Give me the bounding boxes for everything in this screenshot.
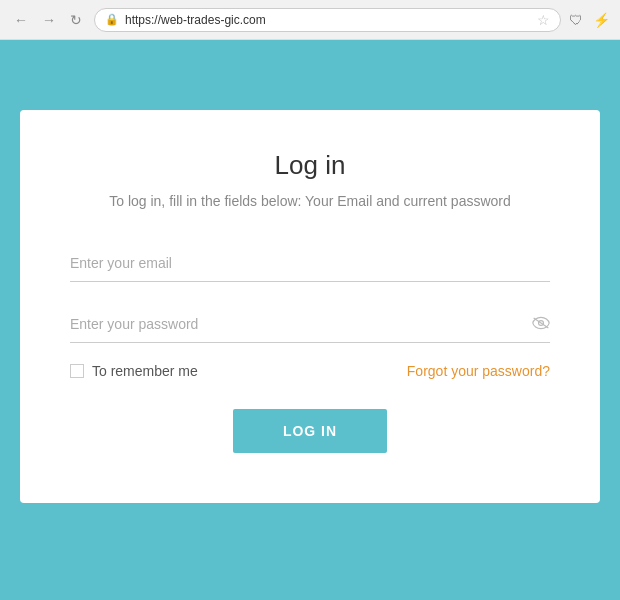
star-icon[interactable]: ☆: [537, 12, 550, 28]
remember-forgot-row: To remember me Forgot your password?: [70, 363, 550, 379]
remember-me-label: To remember me: [92, 363, 198, 379]
remember-me-checkbox[interactable]: [70, 364, 84, 378]
login-card: Log in To log in, fill in the fields bel…: [20, 110, 600, 503]
teal-header-band: [0, 40, 620, 110]
forward-button[interactable]: →: [38, 10, 60, 30]
lock-icon: 🔒: [105, 13, 119, 26]
login-button[interactable]: LOG IN: [233, 409, 387, 453]
back-button[interactable]: ←: [10, 10, 32, 30]
address-bar[interactable]: 🔒 https://web-trades-gic.com ☆: [94, 8, 561, 32]
shield-icon: 🛡: [569, 12, 583, 28]
password-input[interactable]: [70, 306, 550, 343]
show-password-icon[interactable]: [532, 316, 550, 334]
svg-line-1: [534, 318, 549, 328]
browser-chrome: ← → ↻ 🔒 https://web-trades-gic.com ☆ 🛡 ⚡: [0, 0, 620, 40]
extension-icon: ⚡: [593, 12, 610, 28]
reload-button[interactable]: ↻: [66, 10, 86, 30]
url-text: https://web-trades-gic.com: [125, 13, 531, 27]
page-title: Log in: [70, 150, 550, 181]
nav-buttons: ← → ↻: [10, 10, 86, 30]
remember-me-group: To remember me: [70, 363, 198, 379]
email-field-group: [70, 245, 550, 282]
page-subtitle: To log in, fill in the fields below: You…: [70, 193, 550, 209]
forgot-password-link[interactable]: Forgot your password?: [407, 363, 550, 379]
email-input[interactable]: [70, 245, 550, 282]
password-field-group: [70, 306, 550, 343]
field-spacer: [70, 282, 550, 306]
login-button-wrapper: LOG IN: [70, 409, 550, 453]
browser-toolbar-icons: 🛡 ⚡: [569, 12, 610, 28]
page-content: Log in To log in, fill in the fields bel…: [0, 110, 620, 513]
